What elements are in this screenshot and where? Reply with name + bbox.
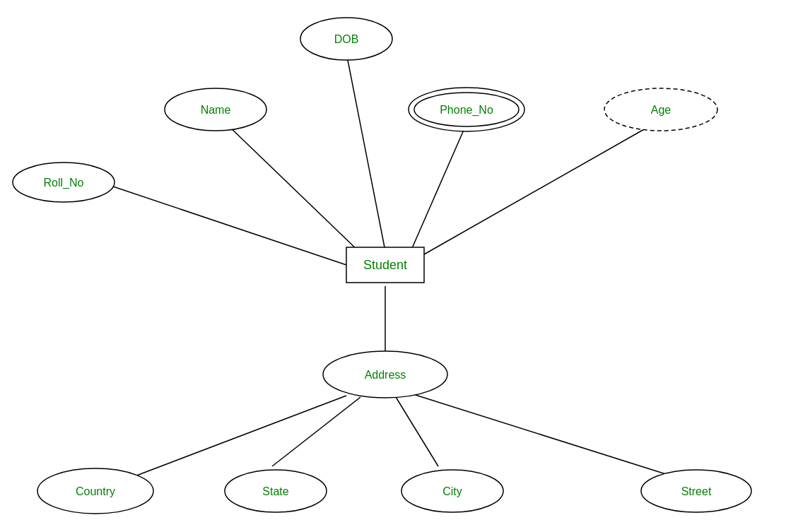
- address-label: Address: [365, 369, 406, 381]
- line-student-phone: [410, 124, 467, 253]
- student-label: Student: [363, 258, 407, 272]
- city-label: City: [442, 485, 462, 497]
- er-diagram: Student DOB Name Phone_No Age Roll_No Ad…: [0, 0, 786, 532]
- line-address-street: [406, 392, 668, 475]
- line-student-dob: [346, 53, 385, 251]
- age-label: Age: [651, 104, 671, 116]
- country-label: Country: [76, 485, 115, 497]
- state-label: State: [262, 485, 288, 497]
- street-label: Street: [681, 485, 712, 497]
- name-label: Name: [201, 104, 231, 116]
- phone-label: Phone_No: [440, 104, 493, 117]
- line-address-city: [396, 397, 438, 466]
- line-student-age: [424, 126, 650, 254]
- line-address-country: [124, 396, 346, 480]
- line-student-rollno: [105, 184, 346, 265]
- rollno-label: Roll_No: [44, 177, 84, 189]
- line-student-name: [226, 124, 360, 253]
- dob-label: DOB: [334, 33, 359, 45]
